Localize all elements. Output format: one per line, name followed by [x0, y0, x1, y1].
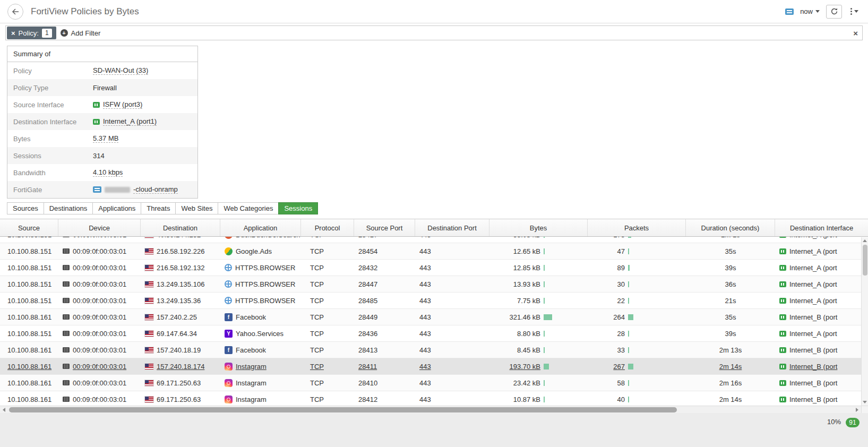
remove-filter-icon[interactable]: × — [11, 29, 15, 37]
horizontal-scrollbar-track[interactable] — [8, 406, 853, 414]
cell-text: 35s — [725, 313, 736, 321]
page-title: FortiView Policies by Bytes — [31, 6, 139, 17]
session-row[interactable]: 10.100.88.15100:09:0f:00:03:0113.249.135… — [0, 293, 861, 309]
column-header-source-port[interactable]: Source Port — [354, 219, 415, 236]
device-icon — [63, 397, 70, 402]
time-range-dropdown[interactable]: now — [800, 7, 820, 15]
session-row[interactable]: 10.100.88.15100:09:0f:00:03:01216.58.192… — [0, 243, 861, 260]
cell-text: 443 — [419, 264, 431, 272]
session-row[interactable]: 10.100.88.16100:09:0f:00:03:0169.171.250… — [0, 391, 861, 406]
table-cell: 00:09:0f:00:03:01 — [58, 342, 141, 358]
summary-row: Bandwidth4.10 kbps — [7, 164, 197, 181]
tab-web-sites[interactable]: Web Sites — [175, 202, 218, 214]
session-row[interactable]: 10.100.88.15100:09:0f:00:03:0140.89.244.… — [0, 237, 861, 243]
tab-threats[interactable]: Threats — [141, 202, 176, 214]
cell-text: 2m 1s — [721, 237, 740, 239]
summary-value[interactable]: ISFW (port3) — [93, 100, 142, 109]
summary-value: 314 — [93, 152, 105, 160]
column-header-destination-interface[interactable]: Destination Interface — [775, 219, 868, 236]
summary-value[interactable]: 5.37 MB — [93, 134, 118, 143]
table-cell: DuckDuckGo.Search — [220, 237, 301, 243]
summary-value[interactable]: Internet_A (port1) — [93, 117, 157, 126]
tab-applications[interactable]: Applications — [92, 202, 141, 214]
column-header-application[interactable]: Application — [220, 219, 301, 236]
summary-value: Firewall — [93, 84, 117, 92]
cell-text: 2m 14s — [719, 396, 742, 403]
tab-sessions[interactable]: Sessions — [278, 202, 318, 214]
table-cell: 00:09:0f:00:03:01 — [58, 293, 141, 308]
us-flag-icon — [145, 347, 153, 353]
column-header-device[interactable]: Device — [58, 219, 141, 236]
tab-destinations[interactable]: Destinations — [44, 202, 93, 214]
more-options-button[interactable] — [848, 8, 861, 15]
horizontal-scrollbar[interactable] — [0, 406, 868, 413]
value-bar — [628, 248, 629, 254]
policy-filter-chip[interactable]: × Policy: 1 — [7, 27, 56, 39]
session-row[interactable]: 10.100.88.15100:09:0f:00:03:01216.58.192… — [0, 260, 861, 276]
table-cell: TCP — [301, 342, 354, 358]
summary-label: Destination Interface — [13, 118, 93, 126]
filter-chip-label: Policy: — [19, 29, 39, 37]
cell-text: 12.65 kB — [494, 247, 540, 255]
clear-filters-icon[interactable]: × — [853, 29, 858, 38]
summary-value-text: ISFW (port3) — [103, 100, 142, 109]
table-cell: 39s — [686, 325, 775, 341]
add-filter-button[interactable]: + Add Filter — [61, 29, 101, 37]
session-row[interactable]: 10.100.88.16100:09:0f:00:03:0169.171.250… — [0, 375, 861, 391]
us-flag-icon — [145, 314, 153, 320]
scroll-left-icon[interactable] — [3, 408, 5, 412]
cell-text: 8.80 kB — [494, 330, 540, 338]
horizontal-scrollbar-thumb[interactable] — [9, 407, 677, 412]
session-row[interactable]: 10.100.88.16100:09:0f:00:03:01157.240.18… — [0, 342, 861, 358]
table-cell: 443 — [415, 243, 489, 259]
session-row[interactable]: 10.100.88.16100:09:0f:00:03:01157.240.2.… — [0, 309, 861, 325]
table-cell: 443 — [415, 342, 489, 358]
column-header-duration-seconds-[interactable]: Duration (seconds) — [686, 219, 775, 236]
value-bar — [544, 314, 552, 320]
session-row[interactable]: 10.100.88.16100:09:0f:00:03:01157.240.18… — [0, 358, 861, 375]
summary-value[interactable]: SD-WAN-Out (33) — [93, 66, 148, 75]
https-icon — [225, 297, 232, 304]
column-header-bytes[interactable]: Bytes — [489, 219, 588, 236]
table-cell: 12.65 kB — [489, 243, 588, 259]
summary-value-text: 5.37 MB — [93, 134, 118, 143]
back-button[interactable] — [7, 4, 23, 20]
arrow-left-icon — [12, 8, 19, 15]
table-cell: 30 — [588, 276, 686, 292]
column-header-packets[interactable]: Packets — [588, 219, 686, 236]
table-cell: 173 — [588, 237, 686, 243]
table-cell: 10.100.88.161 — [0, 358, 58, 374]
scroll-down-icon[interactable] — [863, 401, 867, 403]
summary-label: Policy — [13, 67, 93, 75]
cell-text: Internet_A (port — [789, 247, 837, 255]
summary-value[interactable]: -cloud-onramp — [93, 185, 178, 194]
summary-row: Source InterfaceISFW (port3) — [7, 96, 197, 113]
table-cell: Internet_B (port — [775, 309, 861, 325]
device-icon — [63, 248, 70, 254]
column-header-source[interactable]: Source — [0, 219, 58, 236]
cell-text: Internet_B (port — [789, 396, 837, 403]
https-icon — [225, 264, 232, 271]
table-cell: 7.75 kB — [489, 293, 588, 308]
table-cell: Internet_A (port — [775, 325, 861, 341]
cell-text: Yahoo.Services — [236, 330, 283, 338]
summary-value[interactable]: 4.10 kbps — [93, 168, 123, 177]
value-bar — [628, 331, 629, 337]
session-row[interactable]: 10.100.88.15100:09:0f:00:03:0113.249.135… — [0, 276, 861, 293]
column-header-destination[interactable]: Destination — [141, 219, 220, 236]
refresh-button[interactable] — [826, 5, 842, 19]
session-row[interactable]: 10.100.88.15100:09:0f:00:03:0169.147.64.… — [0, 325, 861, 342]
column-header-destination-port[interactable]: Destination Port — [415, 219, 489, 236]
tab-sources[interactable]: Sources — [7, 202, 44, 214]
cell-text: 33 — [592, 346, 625, 354]
vertical-scrollbar[interactable] — [861, 237, 868, 406]
tab-web-categories[interactable]: Web Categories — [218, 202, 279, 214]
cell-text: 443 — [419, 297, 431, 305]
table-cell: 28412 — [354, 391, 415, 406]
vertical-scrollbar-thumb[interactable] — [863, 245, 867, 276]
cell-text: Internet_A (port — [789, 237, 837, 239]
column-header-protocol[interactable]: Protocol — [301, 219, 354, 236]
scroll-up-icon[interactable] — [863, 239, 867, 242]
scroll-right-icon[interactable] — [856, 408, 858, 412]
table-cell: 69.171.250.63 — [141, 375, 220, 391]
